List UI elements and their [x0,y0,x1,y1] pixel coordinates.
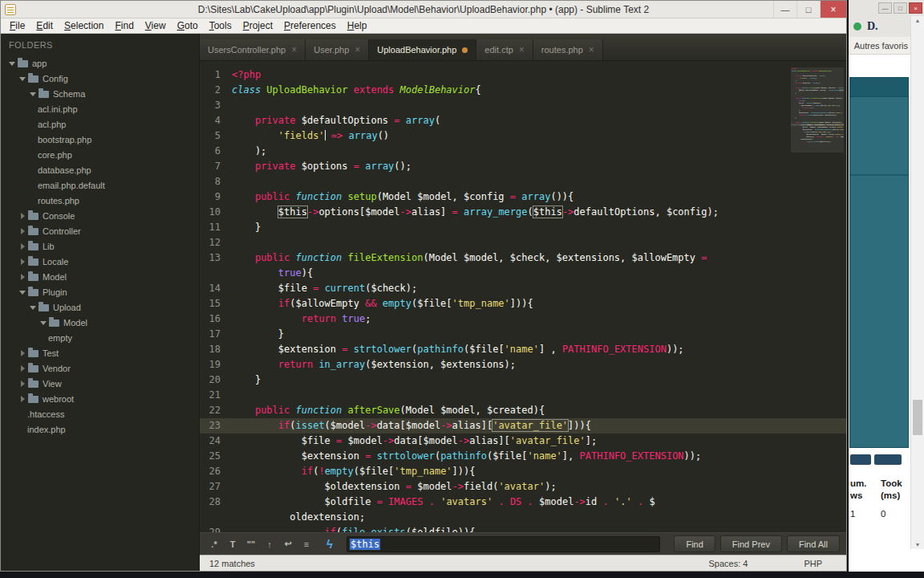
chevron-down-icon[interactable] [9,55,16,71]
code-line-10[interactable]: 10 $this->options[$model->alias] = array… [200,205,846,220]
reverse-direction-icon[interactable]: ↑ [261,536,278,552]
tree-item-locale[interactable]: Locale [1,254,199,269]
tree-item-database.php[interactable]: database.php [1,162,199,177]
tree-item-schema[interactable]: Schema [1,86,199,101]
tree-item-plugin[interactable]: Plugin [1,284,199,299]
chevron-down-icon[interactable] [30,86,37,101]
code-line-9[interactable]: 9 public function setup(Model $model, $c… [200,189,846,205]
tree-item-routes.php[interactable]: routes.php [1,193,199,208]
code-line-8[interactable]: 8 [200,174,846,189]
code-line-25[interactable]: 25 $extension = strtolower(pathinfo($fil… [200,449,846,464]
menu-edit[interactable]: Edit [30,20,59,31]
code-line-11[interactable]: 11 } [200,220,846,235]
tree-item-config[interactable]: Config [1,71,199,86]
tree-item-app[interactable]: app [1,55,199,71]
tree-item-acl.ini.php[interactable]: acl.ini.php [1,101,199,116]
code-line-6[interactable]: 6 ); [200,144,846,159]
scroll-down-icon[interactable]: ▼ [911,542,924,547]
code-line-24[interactable]: 24 $file = $model->data[$model->alias]['… [200,434,846,449]
regex-icon[interactable]: .* [206,536,222,552]
code-line-15[interactable]: 15 if($allowEmpty && empty($file['tmp_na… [200,296,846,311]
menu-view[interactable]: View [140,20,172,31]
chevron-right-icon[interactable] [19,345,26,360]
maximize-button[interactable]: □ [796,1,820,18]
code-line-1[interactable]: 1<?php [200,67,846,83]
tree-item-vendor[interactable]: Vendor [1,360,199,376]
code-line-5[interactable]: 5 'fields' => array() [200,128,846,144]
bg-minimize-button[interactable]: — [878,2,892,14]
syntax-status[interactable]: PHP [804,559,822,568]
debug-kit-panel[interactable] [849,77,909,448]
case-sensitive-icon[interactable]: T [225,536,241,552]
title-bar[interactable]: D:\Sites\Lab\CakeUpload\app\Plugin\Uploa… [1,1,846,18]
tree-item-index.php[interactable]: index.php [1,421,199,437]
code-line-19[interactable]: 19 return in_array($extension, $extensio… [200,357,846,372]
tree-item-webroot[interactable]: webroot [1,391,199,406]
tree-item-upload[interactable]: Upload [1,299,199,315]
chevron-right-icon[interactable] [19,223,26,238]
bg-close-button[interactable]: × [909,2,922,14]
code-line-28[interactable]: 28 $oldfile = IMAGES . 'avatars' . DS . … [200,495,846,510]
tree-item-core.php[interactable]: core.php [1,147,199,162]
code-line-12[interactable]: 12 [200,235,846,250]
tree-item-console[interactable]: Console [1,208,199,223]
tree-item-view[interactable]: View [1,376,199,391]
code-line-16[interactable]: 16 return true; [200,311,846,327]
code-editor[interactable]: 1<?php2class UploadBehavior extends Mode… [200,61,846,532]
indent-status[interactable]: Spaces: 4 [708,559,748,568]
chevron-right-icon[interactable] [19,254,26,269]
highlight-matches-icon[interactable]: ϟ [322,536,338,552]
code-line-18[interactable]: 18 $extension = strtolower(pathinfo($fil… [200,342,846,357]
code-line-7[interactable]: 7 private $options = array(); [200,159,846,174]
find-input[interactable]: $this [346,536,660,552]
close-tab-icon[interactable]: × [589,45,594,55]
chevron-down-icon[interactable] [19,71,26,86]
close-tab-icon[interactable]: × [519,45,525,55]
chevron-right-icon[interactable] [19,391,26,406]
bookmarks-label[interactable]: Autres favoris [854,41,908,51]
find-prev-button[interactable]: Find Prev [720,535,782,552]
chevron-down-icon[interactable] [30,299,37,315]
tree-item-email.php.default[interactable]: email.php.default [1,177,199,193]
scrollbar[interactable]: ▲ ▼ [910,16,924,549]
find-button[interactable]: Find [674,535,715,552]
code-line-29[interactable]: 29 if(file_exists($oldfile)){ [200,525,846,532]
code-line-13[interactable]: 13 public function fileExtension(Model $… [200,250,846,266]
tree-item-acl.php[interactable]: acl.php [1,116,199,132]
code-line-14[interactable]: 14 $file = current($check); [200,281,846,296]
chevron-right-icon[interactable] [19,360,26,376]
tree-item-controller[interactable]: Controller [1,223,199,238]
minimap[interactable]: 1<?php2class UploadBehavior extends Mode… [791,67,844,532]
whole-word-icon[interactable]: "" [243,536,259,552]
code-line-27[interactable]: 27 $oldextension = $model->field('avatar… [200,479,846,495]
chevron-right-icon[interactable] [19,238,26,254]
code-line-3[interactable]: 3 [200,98,846,113]
code-line-23[interactable]: 23 if(isset($model->data[$model->alias][… [200,418,846,434]
menu-selection[interactable]: Selection [59,20,109,31]
code-line-21[interactable]: 21 [200,388,846,403]
tab-uploadbehavior.php[interactable]: UploadBehavior.php [369,39,476,60]
chevron-right-icon[interactable] [19,269,26,284]
code-line-26[interactable]: 26 if(!empty($file['tmp_name'])){ [200,464,846,479]
tab-user.php[interactable]: User.php× [306,39,369,60]
in-selection-icon[interactable]: ≡ [298,536,314,552]
tree-item-model[interactable]: Model [1,269,199,284]
menu-goto[interactable]: Goto [172,20,204,31]
tab-routes.php[interactable]: routes.php× [533,39,603,60]
chevron-right-icon[interactable] [19,376,26,391]
tree-item-empty[interactable]: empty [1,330,199,345]
code-line-17[interactable]: 17 } [200,327,846,342]
wrap-search-icon[interactable]: ↩ [280,536,296,552]
minimize-button[interactable]: — [773,1,796,18]
tab-edit.ctp[interactable]: edit.ctp× [476,39,533,60]
menu-file[interactable]: File [4,20,30,31]
bg-maximize-button[interactable]: □ [894,2,907,14]
menu-project[interactable]: Project [237,20,278,31]
minimap-viewport[interactable] [791,67,844,153]
close-tab-icon[interactable]: × [355,45,360,55]
tree-item-bootstrap.php[interactable]: bootstrap.php [1,132,199,147]
tree-item-model[interactable]: Model [1,315,199,330]
code-line-4[interactable]: 4 private $defaultOptions = array( [200,113,846,128]
code-line-wrap[interactable]: oldextension; [200,510,846,525]
chevron-right-icon[interactable] [19,208,26,223]
